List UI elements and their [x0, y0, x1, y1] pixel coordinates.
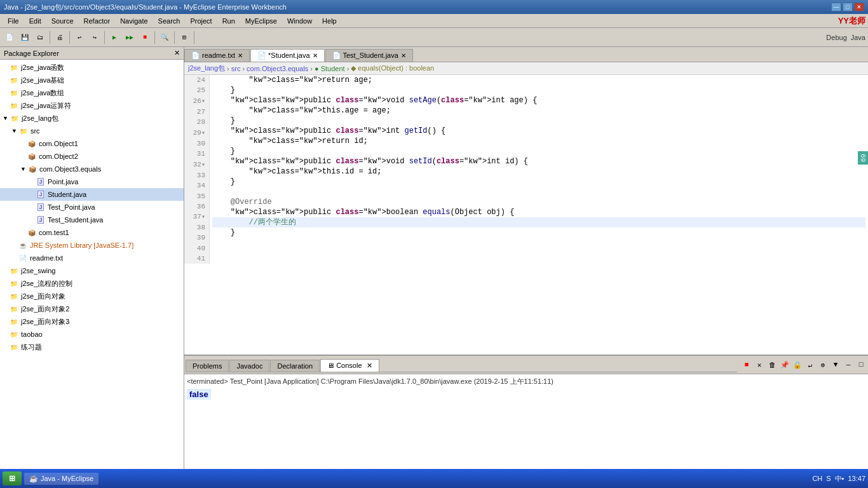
- perspective-button[interactable]: ⊞: [177, 30, 191, 44]
- tree-item-readme-txt[interactable]: 📄readme.txt: [0, 252, 184, 264]
- tree-item----[interactable]: 📁练习题: [0, 341, 184, 353]
- redo-button[interactable]: ↪: [88, 30, 102, 44]
- tree-item-j2se-java--[interactable]: 📁j2se_java基础: [0, 74, 184, 86]
- tab-console-close[interactable]: ✕: [367, 362, 372, 369]
- pin-button[interactable]: 📌: [779, 359, 790, 370]
- console-options-button[interactable]: ▼: [830, 359, 841, 370]
- tree-item-src[interactable]: ▼📁src: [0, 125, 184, 137]
- tree-item-jre-system-library--javase-1-7-[interactable]: ☕JRE System Library [JavaSE-1.7]: [0, 239, 184, 252]
- tree-item-j2se-java---[interactable]: 📁j2se_java运算符: [0, 99, 184, 112]
- menu-myeclipse[interactable]: MyEclipse: [240, 16, 282, 26]
- taskbar-eclipse[interactable]: ☕ Java - MyEclipse: [24, 473, 98, 485]
- maximize-button[interactable]: □: [843, 3, 853, 11]
- code-editor[interactable]: 2425 26▾2728 29▾3031 32▾3334 353637▾3839…: [184, 75, 868, 355]
- right-bookmark[interactable]: 69: [858, 151, 868, 165]
- tree-item-taobao[interactable]: 📁taobao: [0, 328, 184, 341]
- tree-item-j2se------[interactable]: 📁j2se_流程的控制: [0, 277, 184, 290]
- bc-sep-3: ›: [310, 65, 313, 72]
- open-console-button[interactable]: ⊕: [817, 359, 829, 370]
- fold-icon-29[interactable]: ▾: [201, 130, 205, 137]
- tab-student-close[interactable]: ✕: [313, 52, 318, 59]
- run-button[interactable]: ▶: [107, 30, 121, 44]
- code-line-34: }: [212, 177, 865, 187]
- menu-project[interactable]: Project: [185, 16, 217, 26]
- line-number-30: 30: [187, 139, 205, 149]
- tree-item-j2se-----2[interactable]: 📁j2se_面向对象2: [0, 302, 184, 315]
- maximize-panel-button[interactable]: □: [855, 359, 867, 370]
- tab-readme-close[interactable]: ✕: [238, 52, 243, 59]
- tree-item-test-student-java[interactable]: JTest_Student.java: [0, 214, 184, 226]
- clear-button[interactable]: 🗑: [766, 359, 778, 370]
- bc-item-1[interactable]: j2se_lang包: [188, 64, 225, 73]
- code-line-30: "kw">class="kw">return id;: [212, 136, 865, 146]
- tab-readme[interactable]: 📄 readme.txt ✕: [184, 49, 250, 62]
- fold-icon-37[interactable]: ▾: [201, 214, 205, 220]
- search-button[interactable]: 🔍: [158, 30, 172, 44]
- tree-item-com-object2[interactable]: 📦com.Object2: [0, 150, 184, 163]
- code-line-38: //两个学生的: [212, 217, 865, 227]
- bc-item-2[interactable]: src: [231, 65, 241, 72]
- debug-run-button[interactable]: ▶▶: [123, 30, 137, 44]
- bc-item-4[interactable]: ● Student: [315, 65, 345, 72]
- print-button[interactable]: 🖨: [53, 30, 67, 44]
- menu-refactor[interactable]: Refactor: [79, 16, 116, 26]
- tree-item-j2se-java--[interactable]: 📁j2se_java函数: [0, 61, 184, 74]
- undo-button[interactable]: ↩: [72, 30, 86, 44]
- menu-window[interactable]: Window: [282, 16, 317, 26]
- main-area: Package Explorer ✕ 📁j2se_java函数📁j2se_jav…: [0, 47, 868, 469]
- tab-test-student-close[interactable]: ✕: [401, 52, 406, 59]
- menu-help[interactable]: Help: [317, 16, 342, 26]
- tree-item-j2se-lang-[interactable]: ▼📁j2se_lang包: [0, 112, 184, 125]
- tab-test-student-label: 📄 Test_Student.java: [332, 51, 398, 60]
- tab-student[interactable]: 📄 *Student.java ✕: [250, 49, 325, 62]
- terminate-button[interactable]: ■: [741, 359, 752, 370]
- word-wrap-button[interactable]: ↵: [804, 359, 816, 370]
- scroll-lock-button[interactable]: 🔒: [792, 359, 803, 370]
- tree-item-com-object3-equals[interactable]: ▼📦com.Object3.equals: [0, 163, 184, 175]
- pe-close-icon[interactable]: ✕: [174, 49, 180, 57]
- tree-item-j2se-----[interactable]: 📁j2se_面向对象: [0, 290, 184, 302]
- taskbar: ⊞ ☕ Java - MyEclipse CH S 中• 13:47: [0, 469, 868, 488]
- tab-console[interactable]: 🖥 Console ✕: [320, 359, 379, 372]
- input-tray[interactable]: 中•: [835, 474, 844, 484]
- tab-javadoc[interactable]: Javadoc: [229, 360, 269, 372]
- code-line-33: "kw">class="kw">this.id = id;: [212, 166, 865, 177]
- tree-item-j2se-----3[interactable]: 📁j2se_面向对象3: [0, 315, 184, 328]
- remove-button[interactable]: ✕: [754, 359, 765, 370]
- stop-button[interactable]: ■: [138, 30, 152, 44]
- tree-item-com-test1[interactable]: 📦com.test1: [0, 226, 184, 239]
- menu-source[interactable]: Source: [46, 16, 79, 26]
- fold-icon-26[interactable]: ▾: [201, 98, 205, 105]
- line-number-40: 40: [187, 243, 205, 254]
- tree-item-point-java[interactable]: JPoint.java: [0, 175, 184, 188]
- toolbar-separator-3: [104, 31, 105, 44]
- bc-item-3[interactable]: com.Object3.equals: [247, 65, 308, 72]
- minimize-panel-button[interactable]: —: [843, 359, 854, 370]
- close-button[interactable]: ✕: [854, 3, 864, 11]
- start-button[interactable]: ⊞: [3, 471, 22, 485]
- fold-icon-32[interactable]: ▾: [201, 161, 205, 168]
- tree-item-student-java[interactable]: JStudent.java: [0, 188, 184, 201]
- time-label: 13:47: [848, 475, 865, 482]
- save-all-button[interactable]: 🗂: [33, 30, 47, 44]
- tree-item-j2se-java--[interactable]: 📁j2se_java数组: [0, 86, 184, 99]
- menu-run[interactable]: Run: [217, 16, 240, 26]
- menu-file[interactable]: File: [3, 16, 24, 26]
- tab-declaration[interactable]: Declaration: [270, 360, 320, 372]
- code-line-31: }: [212, 146, 865, 156]
- minimize-button[interactable]: —: [831, 3, 841, 11]
- tree-item-com-object1[interactable]: 📦com.Object1: [0, 137, 184, 150]
- debug-label: Debug: [826, 34, 846, 41]
- menu-search[interactable]: Search: [153, 16, 186, 26]
- menu-edit[interactable]: Edit: [24, 16, 46, 26]
- bc-item-5[interactable]: ◆ equals(Object) : boolean: [351, 64, 434, 72]
- tree-item-j2se-swing[interactable]: 📁j2se_swing: [0, 264, 184, 277]
- new-button[interactable]: 📄: [3, 30, 17, 44]
- sougou-tray[interactable]: S: [826, 475, 831, 482]
- code-line-27: "kw">class="kw">this.age = age;: [212, 105, 865, 116]
- save-button[interactable]: 💾: [18, 30, 32, 44]
- tab-problems[interactable]: Problems: [186, 360, 229, 372]
- tree-item-test-point-java[interactable]: JTest_Point.java: [0, 201, 184, 214]
- menu-navigate[interactable]: Navigate: [115, 16, 153, 26]
- tab-test-student[interactable]: 📄 Test_Student.java ✕: [325, 49, 413, 62]
